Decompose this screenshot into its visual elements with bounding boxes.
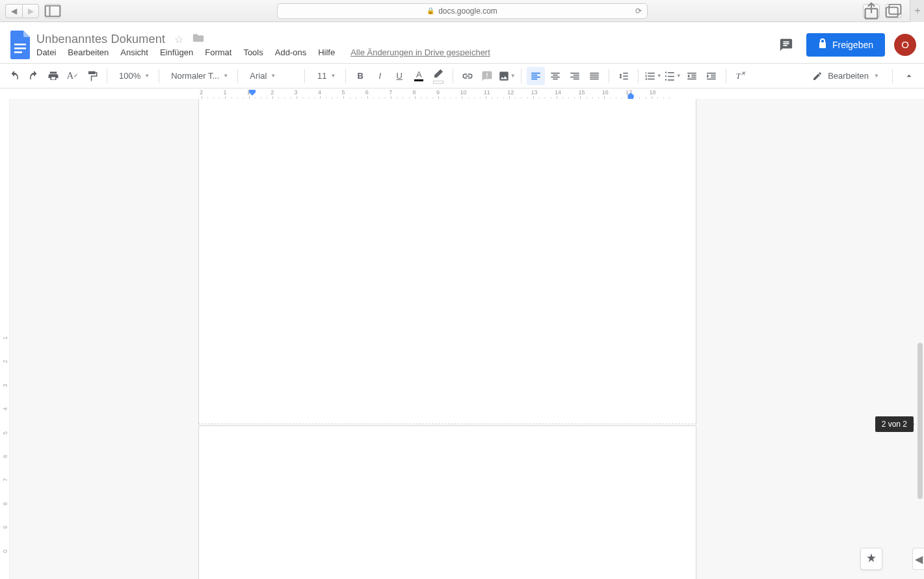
increase-indent-button[interactable] (702, 67, 720, 85)
svg-rect-7 (14, 51, 22, 53)
collapse-toolbar-button[interactable] (899, 66, 919, 86)
menu-bar: Datei Bearbeiten Ansicht Einfügen Format… (36, 47, 490, 57)
decrease-indent-button[interactable] (683, 67, 701, 85)
horizontal-ruler[interactable]: 21123456789101112131415161718 (0, 88, 924, 99)
svg-rect-0 (46, 5, 60, 16)
line-spacing-button[interactable] (614, 67, 633, 85)
italic-button[interactable]: I (371, 67, 389, 85)
align-right-button[interactable] (566, 67, 584, 85)
zoom-dropdown[interactable]: 100%▼ (112, 67, 153, 85)
move-folder-icon[interactable] (192, 33, 204, 46)
menu-addons[interactable]: Add-ons (275, 47, 306, 57)
page-1[interactable] (198, 99, 696, 424)
numbered-list-button[interactable]: ▼ (644, 67, 662, 85)
scrollbar-thumb[interactable] (917, 343, 923, 499)
menu-file[interactable]: Datei (36, 47, 56, 57)
page-indicator-tooltip: 2 von 2 (875, 416, 914, 432)
page-2[interactable] (198, 425, 696, 579)
undo-button[interactable] (5, 67, 23, 85)
highlight-color-button[interactable] (429, 67, 447, 85)
lock-icon: 🔒 (427, 7, 434, 14)
menu-format[interactable]: Format (205, 47, 231, 57)
editing-mode-dropdown[interactable]: Bearbeiten ▼ (806, 66, 886, 86)
svg-rect-6 (14, 47, 26, 49)
text-color-button[interactable]: A (410, 67, 428, 85)
pencil-icon (812, 71, 823, 81)
reload-icon[interactable]: ⟳ (635, 7, 642, 16)
align-center-button[interactable] (546, 67, 564, 85)
insert-link-button[interactable] (458, 67, 477, 85)
docs-home-button[interactable] (8, 27, 34, 62)
bold-button[interactable]: B (351, 67, 369, 85)
paint-format-button[interactable] (83, 67, 101, 85)
document-title[interactable]: Unbenanntes Dokument (36, 33, 165, 46)
account-avatar[interactable]: O (894, 34, 916, 56)
address-bar[interactable]: 🔒 docs.google.com ⟳ (277, 3, 648, 19)
menu-view[interactable]: Ansicht (120, 47, 148, 57)
menu-edit[interactable]: Bearbeiten (68, 47, 109, 57)
share-button[interactable]: Freigeben (806, 33, 885, 57)
insert-comment-button[interactable] (478, 67, 496, 85)
menu-insert[interactable]: Einfügen (160, 47, 193, 57)
svg-rect-5 (14, 44, 26, 46)
save-status[interactable]: Alle Änderungen in Drive gespeichert (350, 47, 490, 57)
lock-icon (818, 38, 827, 51)
new-tab-button[interactable]: ＋ (910, 0, 924, 22)
font-family-dropdown[interactable]: Arial▼ (243, 67, 299, 85)
nav-forward-button[interactable]: ▶ (22, 4, 39, 18)
docs-header: Unbenanntes Dokument ☆ Datei Bearbeiten … (0, 22, 924, 64)
font-size-dropdown[interactable]: 11▼ (310, 67, 340, 85)
print-button[interactable] (44, 67, 62, 85)
tabs-overview-button[interactable] (885, 4, 902, 18)
url-text: docs.google.com (438, 7, 497, 16)
editing-mode-label: Bearbeiten (828, 71, 869, 81)
document-canvas: 1234567890 2 von 2 ◀ (0, 99, 924, 579)
paragraph-style-dropdown[interactable]: Normaler T...▼ (165, 67, 232, 85)
share-browser-button[interactable] (863, 4, 880, 18)
menu-tools[interactable]: Tools (243, 47, 263, 57)
underline-button[interactable]: U (390, 67, 408, 85)
svg-rect-4 (886, 7, 898, 17)
spellcheck-button[interactable]: A✓ (64, 67, 82, 85)
insert-image-button[interactable]: ▼ (497, 67, 516, 85)
browser-toolbar: ◀ ▶ 🔒 docs.google.com ⟳ ＋ (0, 0, 924, 22)
explore-button[interactable] (860, 548, 882, 570)
open-comments-button[interactable] (775, 34, 797, 56)
menu-help[interactable]: Hilfe (318, 47, 335, 57)
show-side-panel-button[interactable]: ◀ (912, 548, 924, 570)
star-icon[interactable]: ☆ (174, 33, 183, 46)
share-label: Freigeben (832, 40, 873, 50)
svg-rect-3 (889, 5, 901, 14)
sidebar-toggle-button[interactable] (44, 4, 61, 18)
clear-formatting-button[interactable]: T✕ (732, 67, 750, 85)
vertical-ruler[interactable]: 1234567890 (0, 99, 10, 579)
align-left-button[interactable] (527, 67, 545, 85)
redo-button[interactable] (25, 67, 43, 85)
nav-back-button[interactable]: ◀ (5, 4, 22, 18)
avatar-initial: O (901, 39, 909, 50)
align-justify-button[interactable] (585, 67, 603, 85)
bulleted-list-button[interactable]: ▼ (663, 67, 681, 85)
formatting-toolbar: A✓ 100%▼ Normaler T...▼ Arial▼ 11▼ B I U… (0, 64, 924, 88)
